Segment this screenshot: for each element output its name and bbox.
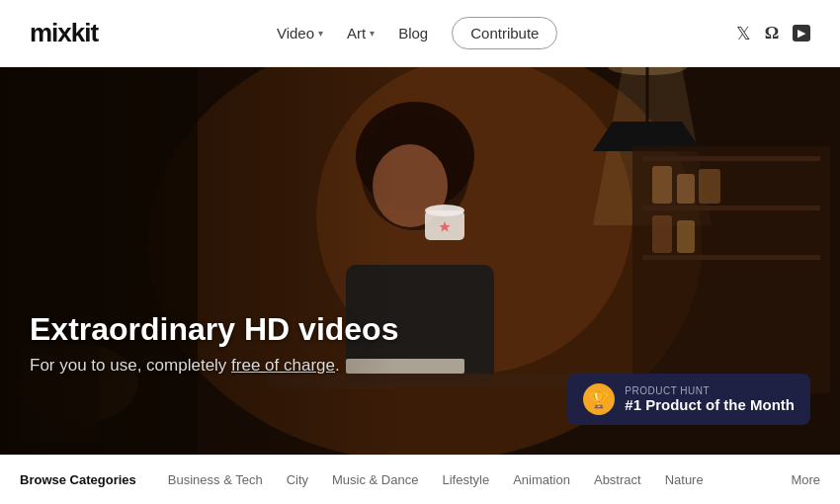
nav-video[interactable]: Video ▾ [277,25,323,42]
svg-rect-22 [699,169,720,204]
nav-blog-label: Blog [398,25,428,42]
hero-subtitle: For you to use, completely free of charg… [30,356,398,376]
video-chevron-icon: ▾ [318,28,323,39]
hero-free-link[interactable]: free of charge [231,356,335,375]
product-hunt-badge[interactable]: 🏆 Product Hunt #1 Product of the Month [567,374,810,425]
nav-art-label: Art [347,25,366,42]
product-hunt-icon: 🏆 [583,383,615,415]
svg-rect-19 [642,255,820,260]
svg-rect-20 [652,166,672,204]
category-abstract[interactable]: Abstract [582,472,653,487]
categories-bar: Browse Categories Business & Tech City M… [0,455,840,504]
hero-section: Extraordinary HD videos For you to use, … [0,67,840,455]
product-hunt-text: Product Hunt #1 Product of the Month [625,385,795,413]
contribute-button[interactable]: Contribute [452,17,557,49]
category-animation[interactable]: Animation [501,472,582,487]
nav-art[interactable]: Art ▾ [347,25,375,42]
svg-rect-18 [642,206,820,210]
logo[interactable]: mixkit [30,18,98,48]
browse-categories-label: Browse Categories [20,472,136,487]
product-hunt-title: #1 Product of the Month [625,396,795,413]
category-nature[interactable]: Nature [653,472,715,487]
categories-more-button[interactable]: More [791,472,820,487]
nav: Video ▾ Art ▾ Blog Contribute [277,17,558,49]
hero-subtitle-plain: For you to use, completely [30,356,231,375]
svg-rect-28 [0,67,395,455]
youtube-icon[interactable]: ▶ [793,25,810,42]
svg-point-11 [425,205,464,216]
header: mixkit Video ▾ Art ▾ Blog Contribute 𝕏 Ω… [0,0,840,67]
hero-content: Extraordinary HD videos For you to use, … [30,311,398,376]
category-business-tech[interactable]: Business & Tech [156,472,275,487]
hero-subtitle-end: . [335,356,340,375]
social-icons: 𝕏 Ω ▶ [736,23,810,44]
svg-rect-21 [677,174,695,204]
svg-rect-24 [677,220,695,253]
svg-rect-23 [652,215,672,253]
category-city[interactable]: City [275,472,320,487]
svg-rect-17 [642,156,820,161]
nav-video-label: Video [277,25,314,42]
twitter-icon[interactable]: 𝕏 [736,23,751,44]
nav-blog[interactable]: Blog [398,25,428,42]
hero-title: Extraordinary HD videos [30,311,398,348]
product-hunt-label: Product Hunt [625,385,795,396]
art-chevron-icon: ▾ [370,28,375,39]
category-music-dance[interactable]: Music & Dance [320,472,430,487]
instagram-icon[interactable]: Ω [765,23,779,43]
category-lifestyle[interactable]: Lifestyle [430,472,501,487]
